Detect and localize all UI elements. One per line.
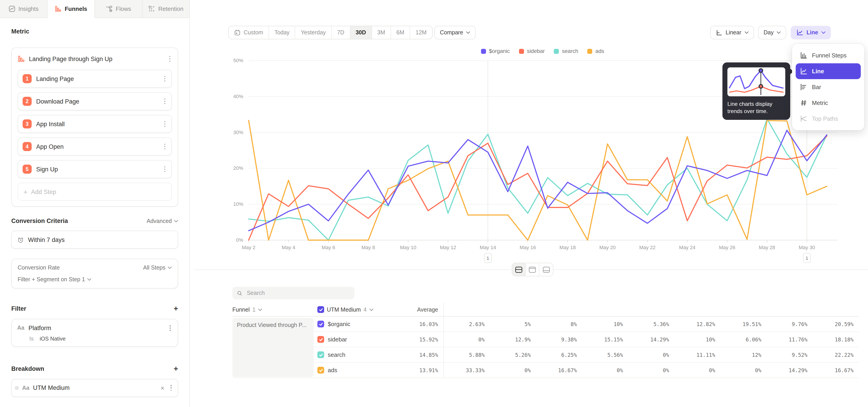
row-checkbox[interactable] (317, 321, 324, 327)
value-cell: 11.11% (675, 352, 721, 358)
menu-item-funnel-steps[interactable]: Funnel Steps (796, 48, 861, 63)
funnel-group-cell[interactable]: Product Viewed through P... (232, 318, 314, 377)
svg-text:May 12: May 12 (440, 245, 456, 250)
legend-item[interactable]: sidebar (519, 48, 545, 54)
step-kebab-menu[interactable] (163, 142, 167, 151)
value-cell: 5.88% (444, 352, 490, 358)
funnel-step-row[interactable]: 1Landing Page (18, 70, 172, 88)
tab-funnels[interactable]: Funnels (48, 0, 95, 18)
breakdown-utm-card[interactable]: Aa UTM Medium × (11, 379, 178, 397)
svg-text:May 26: May 26 (719, 245, 735, 250)
drag-handle-icon[interactable] (15, 387, 19, 389)
range-label: 3M (377, 29, 385, 36)
funnel-step-row[interactable]: 2Download Page (18, 92, 172, 111)
svg-text:May 4: May 4 (282, 245, 295, 250)
funnel-column-header[interactable]: Funnel 1 (232, 306, 317, 313)
annotation-badge[interactable]: 1 (803, 253, 811, 263)
filter-platform-card[interactable]: Aa Platform Is iOS Native (11, 319, 178, 347)
average-value-cell: 15.92% (399, 332, 444, 347)
value-cell: 9.76% (767, 321, 813, 327)
all-steps-dropdown[interactable]: All Steps (143, 264, 172, 271)
funnel-step-row[interactable]: 4App Open (18, 137, 172, 156)
advanced-dropdown[interactable]: Advanced (147, 218, 178, 224)
range-label: 30D (355, 29, 366, 36)
svg-text:May 8: May 8 (362, 245, 375, 250)
table-search[interactable] (232, 287, 354, 300)
range-custom[interactable]: Custom (229, 26, 269, 39)
add-breakdown-button[interactable]: + (174, 365, 178, 373)
range-30d[interactable]: 30D (350, 26, 372, 39)
layout-chart-only-button[interactable] (526, 263, 539, 276)
value-cell: 0% (675, 367, 721, 373)
layout-table-only-button[interactable] (539, 263, 553, 276)
add-filter-button[interactable]: + (174, 305, 178, 312)
range-6m[interactable]: 6M (391, 26, 410, 39)
step-label: Landing Page (36, 75, 158, 82)
menu-item-bar[interactable]: Bar (796, 79, 861, 95)
value-cell: 0% (721, 367, 767, 373)
filter-value[interactable]: iOS Native (39, 336, 66, 342)
menu-item-metric[interactable]: Metric (796, 95, 861, 111)
funnel-metric-card: Landing Page through Sign Up 1Landing Pa… (11, 48, 178, 207)
value-cell: 6.25% (536, 352, 582, 358)
line-chart-icon (796, 29, 803, 36)
tab-flows[interactable]: Flows (95, 0, 143, 18)
legend-label: search (562, 48, 578, 54)
tab-insights[interactable]: Insights (0, 0, 48, 18)
add-step-button[interactable]: + Add Step (18, 183, 172, 201)
scale-dropdown-button[interactable]: Linear (710, 26, 754, 39)
row-checkbox[interactable] (317, 367, 324, 374)
remove-breakdown-icon[interactable]: × (159, 384, 165, 392)
check-icon (318, 307, 323, 312)
funnel-kebab-menu[interactable] (168, 55, 172, 63)
filter-kebab-menu[interactable] (168, 324, 172, 333)
search-input[interactable] (246, 289, 350, 296)
layout-split-view-button[interactable] (512, 263, 526, 276)
row-checkbox[interactable] (317, 351, 324, 358)
row-checkbox[interactable] (317, 336, 324, 343)
breakdown-kebab-menu[interactable] (169, 384, 173, 392)
conversion-window-button[interactable]: Within 7 days (11, 231, 178, 249)
value-cell: 0% (582, 367, 628, 373)
interval-dropdown-button[interactable]: Day (758, 26, 786, 39)
series-ads (249, 121, 827, 240)
annotation-badge[interactable]: 1 (484, 253, 491, 263)
tab-label: Insights (18, 5, 39, 12)
step-number-badge: 5 (23, 165, 32, 174)
range-12m[interactable]: 12M (410, 26, 432, 39)
chart-type-dropdown-button[interactable]: Line (791, 26, 831, 39)
step-kebab-menu[interactable] (163, 120, 167, 128)
chart-type-tooltip: Line charts display trends over time. (722, 62, 790, 120)
svg-text:50%: 50% (233, 58, 243, 63)
legend-item[interactable]: $organic (481, 48, 510, 54)
range-7d[interactable]: 7D (332, 26, 350, 39)
line-chart-icon (800, 67, 807, 75)
range-today[interactable]: Today (269, 26, 296, 39)
funnel-step-row[interactable]: 5Sign Up (18, 160, 172, 178)
legend-item[interactable]: ads (587, 48, 604, 54)
funnel-step-row[interactable]: 3App Install (18, 115, 172, 133)
step-kebab-menu[interactable] (163, 165, 167, 174)
range-3m[interactable]: 3M (372, 26, 391, 39)
range-yesterday[interactable]: Yesterday (296, 26, 332, 39)
menu-item-line[interactable]: Line (796, 63, 861, 79)
value-cell: 5.56% (582, 352, 628, 358)
range-label: Yesterday (301, 29, 326, 36)
svg-text:30%: 30% (233, 130, 243, 135)
filter-operator: Is (29, 336, 34, 342)
chart-type-label: Line (807, 29, 818, 36)
step-kebab-menu[interactable] (163, 97, 167, 105)
svg-text:May 10: May 10 (400, 245, 416, 250)
filter-segment-dropdown[interactable]: Filter + Segment on Step 1 (18, 276, 172, 283)
legend-item[interactable]: search (554, 48, 578, 54)
breakdown-column-header[interactable]: UTM Medium 4 (317, 306, 399, 313)
step-kebab-menu[interactable] (163, 74, 167, 83)
compare-button[interactable]: Compare (434, 26, 476, 39)
average-value-cell: 16.03% (399, 317, 444, 332)
breakdown-table: Funnel 1 UTM Medium 4 Average Product Vi… (232, 303, 859, 378)
svg-text:10%: 10% (233, 201, 243, 207)
svg-text:1: 1 (487, 255, 489, 261)
select-all-checkbox[interactable] (317, 306, 324, 313)
value-cell: 14.29% (767, 367, 813, 373)
tab-retention[interactable]: Retention (143, 0, 190, 18)
